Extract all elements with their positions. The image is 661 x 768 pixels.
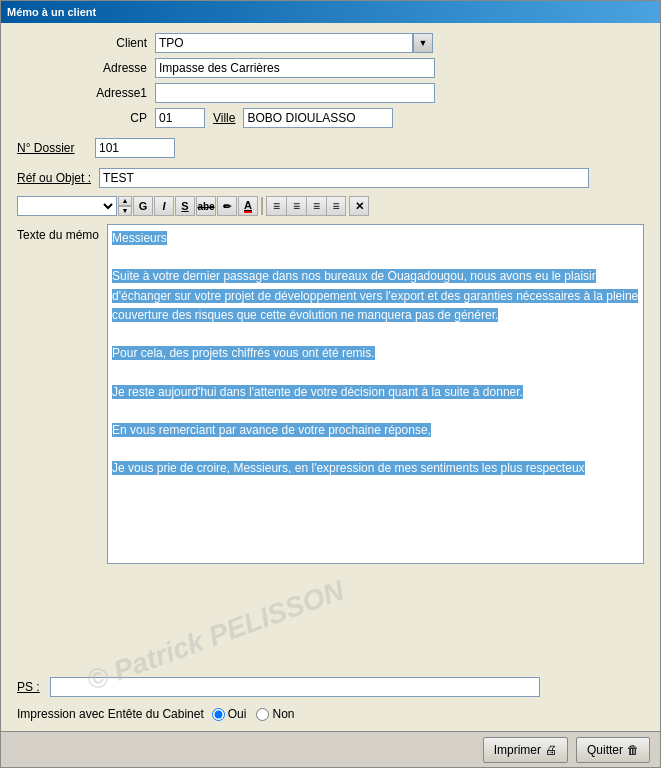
radio-non-input[interactable] <box>256 708 269 721</box>
ps-section: PS : <box>17 677 644 697</box>
font-color-btn[interactable]: A <box>238 196 258 216</box>
radio-oui[interactable]: Oui <box>212 707 247 721</box>
font-size-stepper[interactable]: ▲ ▼ <box>118 196 132 216</box>
font-select[interactable] <box>17 196 117 216</box>
cp-label: CP <box>77 111 147 125</box>
ps-input[interactable] <box>50 677 540 697</box>
font-size-down[interactable]: ▼ <box>118 206 132 216</box>
adresse-label: Adresse <box>77 61 147 75</box>
align-left-btn[interactable]: ≡ <box>266 196 286 216</box>
underline-btn[interactable]: S <box>175 196 195 216</box>
imprimer-label: Imprimer <box>494 743 541 757</box>
align-buttons: ≡ ≡ ≡ ≡ <box>266 196 346 216</box>
memo-line-1: Messieurs <box>112 231 167 245</box>
ville-input[interactable] <box>243 108 393 128</box>
cp-input[interactable] <box>155 108 205 128</box>
radio-non-label: Non <box>272 707 294 721</box>
ref-input[interactable] <box>99 168 589 188</box>
memo-label: Texte du mémo <box>17 224 99 242</box>
bold-btn[interactable]: G <box>133 196 153 216</box>
align-right-btn[interactable]: ≡ <box>306 196 326 216</box>
imprimer-button[interactable]: Imprimer 🖨 <box>483 737 568 763</box>
client-dropdown: TPO ▼ <box>155 33 433 53</box>
window-title: Mémo à un client <box>7 6 96 18</box>
font-size-up[interactable]: ▲ <box>118 196 132 206</box>
ref-label: Réf ou Objet : <box>17 171 91 185</box>
memo-para-5: Je vous prie de croire, Messieurs, en l'… <box>112 461 585 475</box>
impression-section: Impression avec Entête du Cabinet Oui No… <box>17 707 644 721</box>
toolbar-sep1 <box>261 197 263 215</box>
ps-label: PS : <box>17 680 42 694</box>
adresse-input[interactable] <box>155 58 435 78</box>
adresse1-input[interactable] <box>155 83 435 103</box>
radio-oui-input[interactable] <box>212 708 225 721</box>
toolbar: ▲ ▼ G I S abe ✏ A ≡ ≡ ≡ ≡ ✕ <box>17 194 644 218</box>
memo-para-3: Je reste aujourd'hui dans l'attente de v… <box>112 385 523 399</box>
radio-group: Oui Non <box>212 707 295 721</box>
dossier-section: N° Dossier <box>17 134 644 162</box>
adresse-row: Adresse <box>77 58 644 78</box>
memo-para-1: Suite à votre dernier passage dans nos b… <box>112 269 638 321</box>
align-center-btn[interactable]: ≡ <box>286 196 306 216</box>
memo-para-2: Pour cela, des projets chiffrés vous ont… <box>112 346 375 360</box>
memo-para-4: En vous remerciant par avance de votre p… <box>112 423 431 437</box>
printer-icon: 🖨 <box>545 743 557 757</box>
form-section: Client TPO ▼ Adresse Adresse1 CP Ville <box>17 33 644 128</box>
title-bar: Mémo à un client <box>1 1 660 23</box>
trash-icon: 🗑 <box>627 743 639 757</box>
quitter-label: Quitter <box>587 743 623 757</box>
close-format-btn[interactable]: ✕ <box>349 196 369 216</box>
cp-ville-row: CP Ville <box>77 108 644 128</box>
ville-label: Ville <box>213 111 235 125</box>
impression-label: Impression avec Entête du Cabinet <box>17 707 204 721</box>
memo-textarea[interactable]: Messieurs Suite à votre dernier passage … <box>107 224 644 564</box>
radio-oui-label: Oui <box>228 707 247 721</box>
adresse1-label: Adresse1 <box>77 86 147 100</box>
italic-btn[interactable]: I <box>154 196 174 216</box>
footer-bar: Imprimer 🖨 Quitter 🗑 <box>1 731 660 767</box>
content-area: Client TPO ▼ Adresse Adresse1 CP Ville <box>1 23 660 731</box>
memo-area-wrapper: Texte du mémo Messieurs Suite à votre de… <box>17 224 644 665</box>
client-dropdown-btn[interactable]: ▼ <box>413 33 433 53</box>
highlight-color-btn[interactable]: ✏ <box>217 196 237 216</box>
client-label: Client <box>77 36 147 50</box>
client-row: Client TPO ▼ <box>77 33 644 53</box>
radio-non[interactable]: Non <box>256 707 294 721</box>
adresse1-row: Adresse1 <box>77 83 644 103</box>
align-justify-btn[interactable]: ≡ <box>326 196 346 216</box>
main-window: Mémo à un client Client TPO ▼ Adresse Ad… <box>0 0 661 768</box>
quitter-button[interactable]: Quitter 🗑 <box>576 737 650 763</box>
dossier-input[interactable] <box>95 138 175 158</box>
strikethrough-btn[interactable]: abe <box>196 196 216 216</box>
client-input[interactable]: TPO <box>155 33 413 53</box>
dossier-label: N° Dossier <box>17 141 87 155</box>
ref-section: Réf ou Objet : <box>17 168 644 188</box>
